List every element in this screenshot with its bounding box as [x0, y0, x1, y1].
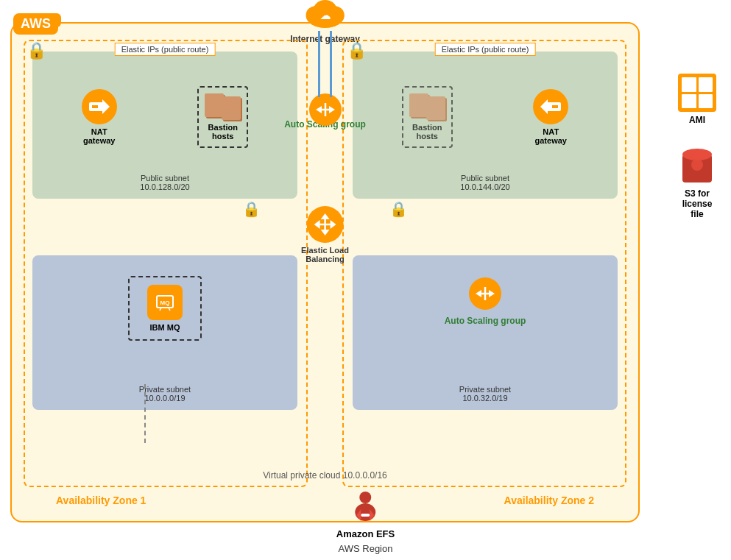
server-icon-2 [222, 96, 241, 120]
public-subnet-left: 🔒 Elastic IPs (public route) NATgateway [32, 52, 297, 199]
bastion-label-left: Bastionhosts [208, 123, 238, 141]
svg-marker-13 [316, 106, 322, 113]
svg-marker-26 [489, 290, 495, 297]
svg-rect-10 [552, 105, 558, 108]
svg-point-30 [682, 149, 712, 160]
dashed-connector [144, 384, 146, 443]
svg-text:MQ: MQ [160, 300, 170, 306]
elb-label: Elastic LoadBalancing [301, 246, 349, 263]
svg-marker-19 [320, 230, 329, 235]
nat-gateway-left-icon [82, 89, 117, 124]
cloud-icon: ☁ [303, 0, 347, 32]
svg-marker-27 [476, 290, 481, 297]
bastion-box-right: Bastionhosts [402, 86, 453, 148]
public-subnet-left-label: Public subnet 10.0.128.0/20 [32, 174, 297, 191]
aws-region-label: AWS Region [339, 543, 393, 554]
svg-marker-20 [320, 213, 329, 219]
server-icon-3 [409, 93, 428, 117]
amazon-efs: Amazon EFS [336, 489, 395, 539]
ami-label: AMI [689, 115, 705, 125]
nat-gateway-left: NATgateway [82, 89, 117, 145]
svg-marker-6 [102, 99, 110, 114]
private-subnet-right: Auto Scaling group Private subnet 10.0.3… [353, 255, 618, 410]
internet-gateway: ☁ Internet gateway [290, 0, 360, 44]
lock-elb-left: 🔒 [242, 200, 261, 218]
s3-icon: S3 forlicensefile [679, 147, 715, 219]
vpc-container: VPC ☁ Internet gateway 🔒 El [10, 22, 640, 522]
bastion-box-left: Bastionhosts [197, 86, 248, 148]
az-label-1: Availability Zone 1 [56, 495, 146, 506]
server-icon-4 [426, 96, 445, 120]
svg-rect-7 [92, 105, 98, 108]
svg-marker-17 [314, 220, 319, 229]
ami-icon: AMI [678, 74, 716, 125]
auto-scaling-icon-bottom [469, 277, 501, 310]
elastic-ip-label-left: Elastic IPs (public route) [115, 43, 216, 56]
aws-badge: AWS [13, 13, 58, 35]
az-label-2: Availability Zone 2 [504, 495, 594, 506]
elastic-ip-label-right: Elastic IPs (public route) [435, 43, 536, 56]
nat-gateway-right: NATgateway [533, 89, 568, 145]
connector-line-left [318, 31, 320, 97]
svg-rect-36 [361, 514, 370, 517]
efs-icon [347, 489, 385, 527]
right-panel: AMI S3 forlicensefile [678, 74, 716, 219]
svg-text:☁: ☁ [319, 10, 330, 21]
ibm-mq-box: MQ IBM MQ [128, 276, 202, 341]
amazon-efs-label: Amazon EFS [336, 528, 395, 539]
svg-point-33 [356, 503, 376, 521]
lock-icon-right: 🔒 [347, 41, 367, 60]
s3-bucket-icon [679, 147, 715, 185]
lock-icon-left: 🔒 [27, 41, 46, 60]
auto-scaling-group-bottom: Auto Scaling group [361, 316, 609, 326]
public-subnet-right-label: Public subnet 10.0.144.0/20 [353, 174, 618, 191]
lock-elb-right: 🔒 [389, 200, 408, 218]
svg-point-31 [691, 159, 703, 171]
connector-line-right [330, 31, 332, 97]
elb-icon [306, 206, 343, 243]
s3-label: S3 forlicensefile [682, 188, 713, 219]
nat-gateway-right-icon [533, 89, 568, 124]
svg-marker-12 [329, 106, 335, 113]
ibm-mq-icon: MQ [147, 285, 183, 320]
private-subnet-left: MQ IBM MQ Private subnet 10.0.0.0/19 [32, 255, 297, 410]
svg-marker-9 [540, 99, 548, 114]
elb-container: 🔒 🔒 Elastic LoadBalancing [301, 206, 349, 263]
svg-point-32 [360, 492, 372, 503]
private-subnet-right-label: Private subnet 10.0.32.0/19 [353, 385, 618, 403]
auto-scaling-icon-top [309, 93, 342, 126]
svg-marker-16 [330, 220, 336, 229]
vpc-cidr-label: Virtual private cloud 10.0.0.0/16 [263, 470, 387, 481]
ibm-mq-label: IBM MQ [150, 323, 180, 332]
private-subnet-left-label: Private subnet 10.0.0.0/19 [32, 385, 297, 403]
ami-grid-icon [678, 74, 716, 112]
bastion-label-right: Bastionhosts [412, 123, 442, 141]
public-subnet-right: 🔒 Elastic IPs (public route) Bastionhost… [353, 52, 618, 199]
